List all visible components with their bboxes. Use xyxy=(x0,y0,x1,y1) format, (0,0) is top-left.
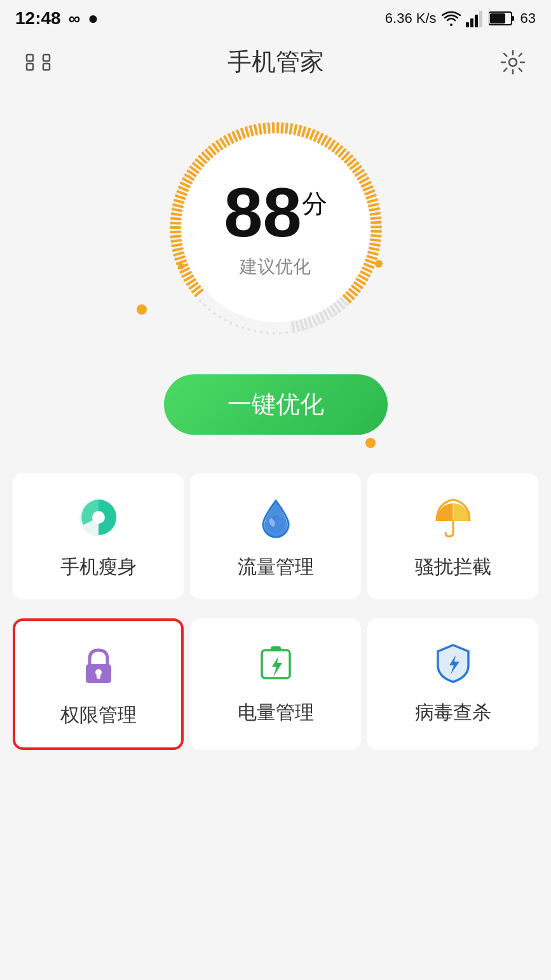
app-header: 手机管家 xyxy=(0,36,551,88)
features-section: 手机瘦身 流量管理 xyxy=(0,473,551,750)
traffic-icon xyxy=(250,492,301,543)
svg-line-121 xyxy=(337,301,343,308)
permission-icon xyxy=(73,640,124,691)
svg-line-100 xyxy=(371,222,380,223)
score-subtitle: 建议优化 xyxy=(224,255,327,279)
feature-block[interactable]: 骚扰拦截 xyxy=(367,473,538,599)
svg-line-18 xyxy=(184,276,192,280)
svg-line-21 xyxy=(179,264,187,268)
score-circle: // We'll draw ticks via template below 8… xyxy=(155,107,397,349)
svg-line-49 xyxy=(206,150,212,156)
svg-line-110 xyxy=(364,264,372,268)
svg-line-76 xyxy=(318,134,322,142)
svg-line-114 xyxy=(357,279,364,283)
settings-icon[interactable] xyxy=(498,47,528,78)
svg-line-89 xyxy=(358,174,365,179)
svg-line-67 xyxy=(282,123,282,132)
svg-line-96 xyxy=(369,204,378,206)
svg-line-113 xyxy=(359,276,367,280)
svg-line-63 xyxy=(264,124,265,133)
svg-line-107 xyxy=(369,252,378,254)
block-icon xyxy=(428,492,479,543)
svg-line-31 xyxy=(171,223,180,224)
battery-icon xyxy=(489,11,515,26)
svg-line-133 xyxy=(292,323,294,332)
svg-line-94 xyxy=(367,195,375,198)
svg-line-132 xyxy=(296,322,298,330)
svg-line-55 xyxy=(229,135,233,143)
svg-line-22 xyxy=(177,261,185,264)
svg-rect-10 xyxy=(43,64,50,70)
svg-line-59 xyxy=(245,128,248,136)
svg-line-83 xyxy=(342,153,348,159)
svg-line-103 xyxy=(371,236,380,236)
expand-icon[interactable] xyxy=(23,47,53,78)
svg-line-24 xyxy=(174,253,183,255)
svg-line-60 xyxy=(250,126,252,135)
svg-line-90 xyxy=(360,179,367,183)
svg-line-48 xyxy=(202,153,208,160)
svg-line-98 xyxy=(371,213,379,214)
svg-line-62 xyxy=(259,125,261,133)
svg-line-44 xyxy=(190,167,197,172)
svg-line-50 xyxy=(209,147,215,154)
svg-point-11 xyxy=(509,58,517,66)
svg-line-81 xyxy=(336,147,341,154)
deco-dot-1 xyxy=(137,304,147,315)
svg-line-125 xyxy=(323,311,328,319)
feature-virus[interactable]: 病毒查杀 xyxy=(367,618,538,750)
svg-line-108 xyxy=(367,256,376,259)
svg-line-20 xyxy=(180,269,189,273)
svg-line-14 xyxy=(195,290,202,296)
svg-line-70 xyxy=(294,125,296,134)
svg-rect-8 xyxy=(43,55,50,61)
svg-line-77 xyxy=(322,136,326,144)
svg-line-74 xyxy=(310,130,313,139)
svg-line-124 xyxy=(327,309,332,316)
svg-line-54 xyxy=(224,137,229,144)
svg-line-128 xyxy=(313,316,316,325)
svg-rect-141 xyxy=(97,674,100,679)
svg-rect-2 xyxy=(475,15,478,27)
svg-line-130 xyxy=(304,320,307,328)
svg-line-75 xyxy=(314,132,318,140)
svg-line-109 xyxy=(366,260,374,263)
svg-line-45 xyxy=(193,163,200,169)
optimize-button[interactable]: 一键优化 xyxy=(164,374,388,435)
svg-line-117 xyxy=(350,289,357,295)
svg-line-64 xyxy=(268,123,269,132)
svg-line-25 xyxy=(173,248,182,250)
svg-line-105 xyxy=(370,244,379,245)
feature-permission[interactable]: 权限管理 xyxy=(13,618,184,750)
svg-line-42 xyxy=(185,175,193,179)
svg-line-104 xyxy=(371,240,379,241)
svg-line-27 xyxy=(172,240,180,242)
svg-line-72 xyxy=(303,128,305,136)
virus-label: 病毒查杀 xyxy=(415,700,491,726)
battery-label: 电量管理 xyxy=(238,700,314,726)
svg-line-115 xyxy=(355,283,362,288)
svg-line-82 xyxy=(339,149,344,156)
svg-rect-7 xyxy=(27,55,33,61)
svg-line-126 xyxy=(320,313,324,321)
signal-icon xyxy=(466,10,484,27)
feature-traffic[interactable]: 流量管理 xyxy=(190,473,361,599)
svg-line-123 xyxy=(331,306,336,313)
battery-percent: 63 xyxy=(520,10,536,27)
svg-line-69 xyxy=(290,125,291,133)
feature-battery[interactable]: 电量管理 xyxy=(190,618,361,750)
svg-line-29 xyxy=(171,232,180,233)
status-left: 12:48 ∞ ● xyxy=(15,8,99,29)
svg-line-87 xyxy=(353,167,360,172)
svg-line-88 xyxy=(355,170,363,175)
svg-rect-143 xyxy=(271,646,281,651)
svg-line-85 xyxy=(348,160,355,165)
feature-slim[interactable]: 手机瘦身 xyxy=(13,473,184,599)
status-time: 12:48 xyxy=(15,8,61,29)
svg-point-135 xyxy=(92,511,105,524)
svg-rect-5 xyxy=(512,16,514,21)
svg-line-112 xyxy=(361,272,369,276)
svg-rect-0 xyxy=(466,22,469,27)
score-number: 88分 xyxy=(224,173,327,251)
svg-line-92 xyxy=(364,187,372,191)
